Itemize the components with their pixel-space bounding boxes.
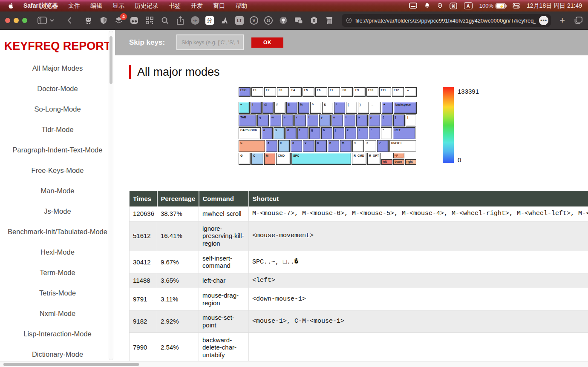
keyboard-key: CAPSLOCK: [239, 127, 261, 139]
keyboard-key: {: [381, 115, 392, 126]
ok-button[interactable]: OK: [251, 37, 283, 48]
lightbulb-extension-icon[interactable]: [279, 16, 288, 25]
code-extension-icon[interactable]: </>: [191, 16, 199, 25]
keyboard-key: F2: [264, 87, 276, 97]
keyboard-row: GCMCMDSPCR_CMDR_OPTleftupdownright: [239, 153, 418, 165]
macos-menu-bar: Safari浏览器文件编辑显示历史记录书签开发窗口帮助 ⌘ A 100% ⚡: [0, 0, 588, 11]
menu-item[interactable]: 编辑: [90, 2, 102, 10]
keyboard-key: M: [264, 153, 275, 165]
keyboard-row: CAPSLOCKasdfghjkl:"RET: [239, 127, 418, 139]
keyboard-key: ": [381, 127, 392, 139]
cell-percentage: 9.67%: [157, 251, 199, 273]
table-row: 79902.54%backward-delete-char-untabify: [130, 333, 588, 362]
keyboard-key: (: [346, 102, 357, 114]
keyboard-key: c: [291, 140, 302, 152]
keyboard-key: SPC: [291, 153, 351, 165]
apple-logo-icon[interactable]: [8, 3, 14, 9]
mask-extension-icon[interactable]: [130, 16, 139, 25]
sidebar-item[interactable]: Paragraph-Indent-Text-Mode: [0, 140, 115, 160]
input-source-icon[interactable]: A: [464, 2, 473, 9]
cell-percentage: 2.54%: [157, 333, 199, 362]
sidebar-item[interactable]: Hexl-Mode: [0, 242, 115, 262]
keyboard-key: |: [406, 115, 416, 126]
menu-item[interactable]: 帮助: [235, 2, 247, 10]
keyboard-key: b: [315, 140, 327, 152]
sidebar-item[interactable]: Tetris-Mode: [0, 283, 115, 303]
menu-item[interactable]: 开发: [191, 2, 203, 10]
shield-lock-icon[interactable]: [437, 3, 443, 9]
zoom-window-button[interactable]: [22, 18, 27, 23]
keyboard-key: d: [285, 127, 297, 139]
sidebar-item[interactable]: All Major Modes: [0, 58, 115, 78]
menu-item[interactable]: 历史记录: [135, 2, 159, 10]
chevron-down-icon[interactable]: [49, 16, 55, 25]
new-tab-button[interactable]: +: [557, 15, 568, 26]
sidebar-item[interactable]: Nxml-Mode: [0, 303, 115, 324]
translate-extension-icon[interactable]: 分: [205, 16, 214, 25]
github-extension-icon[interactable]: [84, 16, 93, 25]
shield-extension-icon[interactable]: [99, 16, 108, 25]
close-window-button[interactable]: [5, 18, 10, 23]
stack-extension-icon[interactable]: 4: [114, 16, 124, 25]
keyboard-key: F7: [328, 87, 340, 97]
compass-extension-icon[interactable]: [309, 16, 319, 25]
keyboard-row: ~!@#$%^&*()_+backspace: [239, 102, 418, 114]
skip-keys-input[interactable]: [176, 34, 244, 50]
goat-extension-icon[interactable]: [220, 16, 229, 25]
languagetool-extension-icon[interactable]: LT: [235, 16, 244, 25]
keyboard-row: ESCF1F2F3F4F5F6F7F8F9F10F11F12▲: [239, 87, 418, 97]
tab-overview-button[interactable]: [574, 16, 583, 25]
battery-status[interactable]: 100% ⚡: [479, 3, 506, 9]
sidebar-item[interactable]: Lisp-Interaction-Mode: [0, 324, 115, 344]
grammarly-extension-icon[interactable]: G: [264, 16, 273, 25]
sidebar-item[interactable]: Benchmark-Init/Tabulated-Mode: [0, 221, 115, 242]
heading-accent-bar: [129, 65, 131, 79]
sidebar-item[interactable]: Term-Mode: [0, 262, 115, 283]
table-header-row: TimesPercentageCommandShortcut: [130, 191, 588, 206]
screen-mirroring-icon[interactable]: [409, 3, 417, 9]
back-button[interactable]: [65, 16, 74, 25]
sidebar-item[interactable]: Doctor-Mode: [0, 78, 115, 99]
extensions-overflow-button[interactable]: •••: [539, 16, 548, 25]
keyboard-key: %: [298, 102, 309, 114]
keyboard-key: u: [331, 115, 343, 126]
sidebar-item[interactable]: Tldr-Mode: [0, 119, 115, 140]
keyboard-key: ESC: [239, 87, 251, 97]
address-bar[interactable]: file:///private/var/folders/zs/ppvpcc991…: [342, 14, 551, 27]
search-icon[interactable]: [160, 16, 170, 25]
keyboard-key: R_CMD: [352, 153, 366, 165]
keyboard-key: right: [405, 159, 416, 165]
share-icon[interactable]: [176, 16, 185, 25]
menu-item[interactable]: 窗口: [213, 2, 225, 10]
menu-item[interactable]: 显示: [112, 2, 124, 10]
minimize-window-button[interactable]: [14, 18, 19, 23]
qr-code-extension-icon[interactable]: [145, 16, 154, 25]
heatmap-block: ESCF1F2F3F4F5F6F7F8F9F10F11F12▲~!@#$%^&*…: [239, 87, 588, 166]
keyboard-key: <: [352, 140, 364, 152]
sidebar-item[interactable]: Js-Mode: [0, 201, 115, 221]
vimium-extension-icon[interactable]: V: [250, 16, 258, 25]
menu-item[interactable]: 书签: [169, 2, 181, 10]
sidebar-scrollbar[interactable]: [109, 31, 113, 360]
horizontal-scrollbar[interactable]: [0, 361, 588, 367]
sidebar-item[interactable]: So-Long-Mode: [0, 99, 115, 119]
keyboard-key: g: [309, 127, 320, 139]
notification-bell-icon[interactable]: [424, 3, 430, 9]
menu-bar-clock[interactable]: 12月18日 周日 21:49: [527, 2, 582, 10]
keyboard-key: l: [357, 127, 368, 139]
control-center-icon[interactable]: [513, 3, 520, 9]
legend-min: 0: [458, 156, 479, 163]
menu-item[interactable]: Safari浏览器: [23, 2, 58, 10]
picture-in-picture-icon[interactable]: [294, 16, 303, 25]
sidebar-item[interactable]: Man-Mode: [0, 181, 115, 201]
keyboard-key: j: [333, 127, 344, 139]
sidebar-toggle-icon[interactable]: [37, 16, 47, 25]
menu-item[interactable]: 文件: [68, 2, 80, 10]
svg-text:⌘: ⌘: [451, 3, 455, 8]
horizontal-scrollbar-thumb[interactable]: [3, 363, 139, 366]
command-key-icon[interactable]: ⌘: [450, 3, 457, 9]
sidebar-item[interactable]: Free-Keys-Mode: [0, 160, 115, 181]
trash-extension-icon[interactable]: [325, 16, 334, 25]
keyboard-key: F1: [251, 87, 263, 97]
sidebar-scrollbar-thumb[interactable]: [110, 36, 112, 84]
